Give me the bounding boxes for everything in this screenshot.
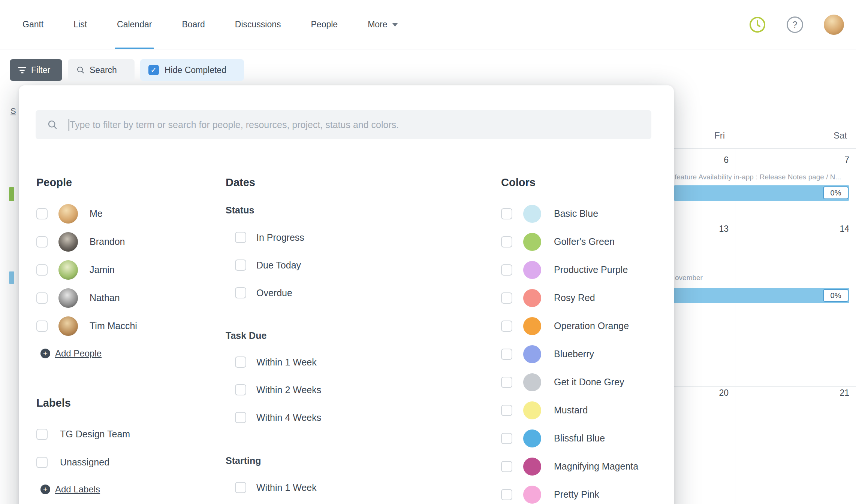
- tab-list[interactable]: List: [73, 0, 87, 49]
- option-label: Overdue: [256, 288, 292, 298]
- tab-calendar[interactable]: Calendar: [117, 0, 152, 49]
- add-people-link[interactable]: Add People: [36, 344, 171, 363]
- color-row[interactable]: Get it Done Grey: [501, 368, 662, 396]
- filter-button[interactable]: Filter: [10, 59, 62, 81]
- task-bar-fragment-green[interactable]: [9, 187, 14, 201]
- checkbox[interactable]: [501, 208, 512, 219]
- checkbox[interactable]: [501, 292, 512, 304]
- checkbox[interactable]: [36, 457, 48, 468]
- checkbox[interactable]: [501, 489, 512, 500]
- color-row[interactable]: Mustard: [501, 396, 662, 424]
- date-cell-7[interactable]: 7: [823, 155, 849, 165]
- tab-people[interactable]: People: [311, 0, 338, 49]
- task-due-option-row[interactable]: Within 2 Weeks: [226, 376, 376, 404]
- date-cell-21[interactable]: 21: [823, 388, 849, 398]
- hide-completed-toggle[interactable]: Hide Completed: [140, 59, 244, 81]
- filter-search-input[interactable]: [58, 110, 651, 139]
- checkbox[interactable]: [235, 259, 246, 271]
- status-option-row[interactable]: In Progress: [226, 224, 376, 251]
- checkbox[interactable]: [501, 264, 512, 276]
- checkbox[interactable]: [36, 236, 48, 248]
- add-labels-link[interactable]: Add Labels: [36, 480, 171, 499]
- day-header-sat: Sat: [834, 130, 847, 141]
- color-swatch: [523, 345, 541, 363]
- checkbox[interactable]: [235, 482, 246, 493]
- status-option-row[interactable]: Overdue: [226, 279, 376, 307]
- color-row[interactable]: Blissful Blue: [501, 424, 662, 452]
- date-cell-20[interactable]: 20: [702, 388, 729, 398]
- person-row[interactable]: Jamin: [36, 256, 171, 284]
- checkbox[interactable]: [501, 349, 512, 360]
- plus-icon: [40, 349, 50, 358]
- task-due-option-row[interactable]: Within 1 Week: [226, 348, 376, 376]
- color-name: Operation Orange: [554, 321, 629, 331]
- checkbox[interactable]: [235, 384, 246, 395]
- person-name: Me: [90, 208, 103, 219]
- calendar-left-link-fragment[interactable]: S: [10, 106, 16, 116]
- color-name: Mustard: [554, 405, 588, 416]
- checkbox[interactable]: [235, 356, 246, 368]
- color-row[interactable]: Magnifying Magenta: [501, 452, 662, 480]
- starting-options: Within 1 Week: [226, 474, 376, 501]
- task-due-subheading: Task Due: [226, 330, 376, 341]
- option-label: In Progress: [256, 232, 304, 243]
- checkbox[interactable]: [501, 461, 512, 472]
- color-row[interactable]: Golfer's Green: [501, 228, 662, 256]
- search-icon: [76, 66, 85, 75]
- user-avatar[interactable]: [824, 15, 844, 35]
- person-row[interactable]: Tim Macchi: [36, 312, 171, 340]
- color-swatch: [523, 373, 541, 391]
- checkbox[interactable]: [501, 433, 512, 444]
- add-people-label: Add People: [55, 348, 102, 359]
- task-bar[interactable]: 0%: [674, 288, 849, 303]
- checkbox[interactable]: [235, 232, 246, 243]
- color-row[interactable]: Pretty Pink: [501, 480, 662, 504]
- color-row[interactable]: Basic Blue: [501, 200, 662, 228]
- starting-option-row[interactable]: Within 1 Week: [226, 474, 376, 501]
- status-option-row[interactable]: Due Today: [226, 251, 376, 279]
- tab-discussions[interactable]: Discussions: [235, 0, 281, 49]
- checkbox[interactable]: [36, 429, 48, 440]
- status-options: In Progress Due Today Overdue: [226, 224, 376, 307]
- color-swatch: [523, 317, 541, 335]
- checkbox[interactable]: [235, 287, 246, 298]
- color-row[interactable]: Rosy Red: [501, 284, 662, 312]
- color-row[interactable]: Productive Purple: [501, 256, 662, 284]
- color-row[interactable]: Operation Orange: [501, 312, 662, 340]
- task-bar[interactable]: 0%: [674, 185, 849, 201]
- tab-board[interactable]: Board: [182, 0, 205, 49]
- progress-badge: 0%: [823, 186, 849, 199]
- person-row[interactable]: Nathan: [36, 284, 171, 312]
- person-row[interactable]: Me: [36, 200, 171, 228]
- checkbox[interactable]: [36, 264, 48, 276]
- color-row[interactable]: Blueberry: [501, 340, 662, 368]
- checkbox[interactable]: [36, 321, 48, 332]
- search-button[interactable]: Search: [68, 59, 135, 81]
- time-tracking-button[interactable]: [749, 16, 766, 33]
- task-bar-fragment-blue[interactable]: [9, 271, 14, 284]
- checkbox[interactable]: [235, 412, 246, 423]
- date-cell-14[interactable]: 14: [823, 224, 849, 234]
- color-name: Golfer's Green: [554, 236, 615, 247]
- colors-list: Basic Blue Golfer's Green Productive Pur…: [501, 200, 662, 504]
- task-due-option-row[interactable]: Within 4 Weeks: [226, 404, 376, 431]
- checkbox[interactable]: [501, 236, 512, 248]
- tab-gantt[interactable]: Gantt: [22, 0, 43, 49]
- checkbox[interactable]: [501, 405, 512, 416]
- filter-search-box[interactable]: [36, 110, 651, 139]
- hide-completed-checkbox[interactable]: [148, 65, 159, 75]
- checkbox[interactable]: [501, 321, 512, 332]
- labels-list: TG Design Team Unassigned: [36, 420, 171, 476]
- date-cell-13[interactable]: 13: [702, 224, 729, 234]
- date-cell-6[interactable]: 6: [702, 155, 729, 165]
- label-row[interactable]: TG Design Team: [36, 420, 171, 448]
- checkbox[interactable]: [501, 377, 512, 388]
- checkbox[interactable]: [36, 208, 48, 219]
- checkbox[interactable]: [36, 292, 48, 304]
- person-row[interactable]: Brandon: [36, 228, 171, 256]
- label-row[interactable]: Unassigned: [36, 448, 171, 476]
- tab-more[interactable]: More: [368, 0, 398, 49]
- help-button[interactable]: [786, 16, 804, 33]
- labels-heading: Labels: [36, 397, 171, 409]
- help-icon: [787, 16, 803, 33]
